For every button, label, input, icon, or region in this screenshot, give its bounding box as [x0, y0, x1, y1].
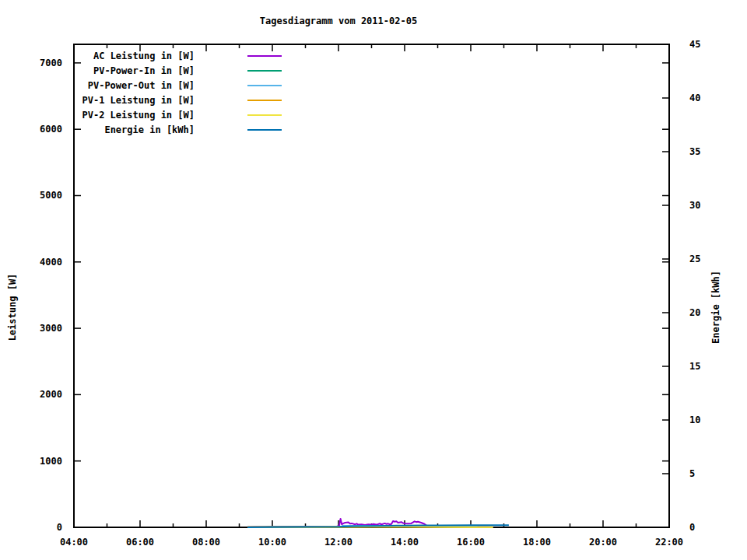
- y2-tick-label: 25: [689, 254, 700, 264]
- y-tick-label: 3000: [40, 323, 62, 334]
- y2-tick-label: 30: [689, 200, 700, 211]
- legend-label: PV-2 Leistung in [W]: [82, 110, 195, 121]
- y2-tick-label: 35: [689, 146, 700, 157]
- y-tick-label: 6000: [40, 124, 62, 135]
- y-tick-label: 5000: [40, 190, 62, 201]
- y-tick-label: 4000: [40, 257, 62, 268]
- x-tick-label: 12:00: [324, 537, 352, 548]
- x-tick-label: 20:00: [589, 537, 617, 548]
- y-tick-label: 7000: [40, 58, 62, 68]
- y-tick-label: 1000: [40, 456, 62, 467]
- y2-tick-label: 15: [689, 361, 700, 372]
- y2-tick-label: 0: [689, 522, 695, 533]
- x-tick-label: 14:00: [391, 537, 419, 548]
- legend-label: AC Leistung in [W]: [93, 51, 195, 61]
- plot-area: 04:0006:0008:0010:0012:0014:0016:0018:00…: [0, 0, 747, 560]
- y-tick-label: 2000: [40, 389, 62, 400]
- y-tick-label: 0: [57, 522, 62, 533]
- x-tick-label: 18:00: [523, 537, 551, 548]
- y2-tick-label: 20: [689, 307, 700, 318]
- x-tick-label: 08:00: [192, 537, 220, 548]
- legend-label: PV-1 Leistung in [W]: [82, 95, 195, 106]
- x-tick-label: 22:00: [655, 537, 683, 548]
- x-tick-label: 16:00: [457, 537, 485, 548]
- y2-tick-label: 40: [689, 93, 700, 103]
- legend-label: PV-Power-Out in [W]: [88, 80, 195, 91]
- x-tick-label: 06:00: [126, 537, 154, 548]
- x-tick-label: 04:00: [60, 537, 88, 548]
- chart-canvas: Tagesdiagramm vom 2011-02-05 Leistung [W…: [0, 0, 747, 560]
- y2-tick-label: 5: [689, 468, 695, 479]
- x-tick-label: 10:00: [258, 537, 286, 548]
- legend-label: Energie in [kWh]: [104, 124, 195, 135]
- legend-label: PV-Power-In in [W]: [93, 65, 195, 76]
- y2-tick-label: 10: [689, 415, 700, 425]
- y2-tick-label: 45: [689, 39, 700, 50]
